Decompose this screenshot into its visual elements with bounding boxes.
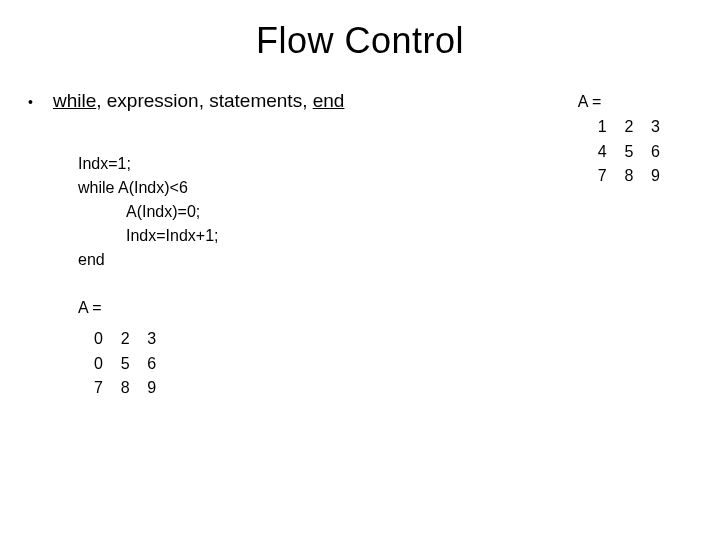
result-row-2: 0 5 6 [78, 352, 458, 377]
input-row-1: 1 2 3 [578, 115, 660, 140]
result-row-3: 7 8 9 [78, 376, 458, 401]
result-row-1: 0 2 3 [78, 327, 458, 352]
code-line-5: end [78, 248, 458, 272]
bullet-text: while, expression, statements, end [53, 90, 345, 112]
content-area: • while, expression, statements, end Ind… [0, 82, 720, 540]
left-column: • while, expression, statements, end Ind… [28, 90, 458, 401]
code-line-2: while A(Indx)<6 [78, 176, 458, 200]
code-line-3: A(Indx)=0; [78, 200, 458, 224]
code-example: Indx=1; while A(Indx)<6 A(Indx)=0; Indx=… [78, 152, 458, 272]
result-label: A = [78, 296, 458, 321]
keyword-end: end [313, 90, 345, 111]
input-row-2: 4 5 6 [578, 140, 660, 165]
input-matrix: A = 1 2 3 4 5 6 7 8 9 [578, 90, 660, 189]
slide-title: Flow Control [0, 0, 720, 62]
result-matrix: A = 0 2 3 0 5 6 7 8 9 [78, 296, 458, 401]
bullet-sep1: , expression, statements, [96, 90, 313, 111]
keyword-while: while [53, 90, 96, 111]
bullet-item: • while, expression, statements, end [28, 90, 458, 112]
bullet-marker: • [28, 94, 33, 110]
code-line-1: Indx=1; [78, 152, 458, 176]
code-line-4: Indx=Indx+1; [78, 224, 458, 248]
input-label: A = [578, 90, 660, 115]
input-row-3: 7 8 9 [578, 164, 660, 189]
